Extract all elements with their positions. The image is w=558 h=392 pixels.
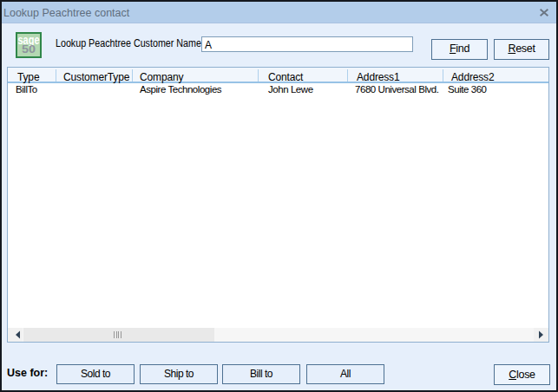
svg-text:50: 50 <box>22 43 36 56</box>
